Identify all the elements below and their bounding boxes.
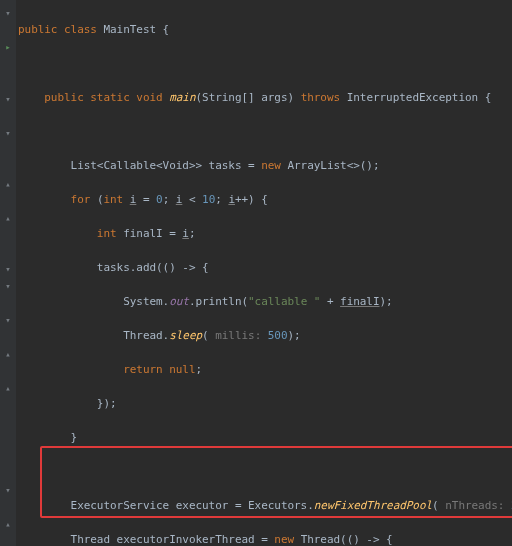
code-line[interactable]: System.out.println("callable " + finalI)… xyxy=(18,293,512,310)
fold-marker-icon[interactable]: ▴ xyxy=(3,516,13,526)
code-line[interactable]: public class MainTest { xyxy=(18,21,512,38)
fold-marker-icon[interactable]: ▴ xyxy=(3,380,13,390)
code-line[interactable] xyxy=(18,55,512,72)
code-line[interactable]: return null; xyxy=(18,361,512,378)
code-line[interactable]: Thread executorInvokerThread = new Threa… xyxy=(18,531,512,546)
code-line[interactable]: public static void main(String[] args) t… xyxy=(18,89,512,106)
editor-gutter: ▾ ▸ ▾ ▾ ▴ ▴ ▾ ▾ ▾ ▴ ▴ ▾ ▴ ▴ xyxy=(0,0,16,546)
code-line[interactable]: tasks.add(() -> { xyxy=(18,259,512,276)
fold-marker-icon[interactable]: ▾ xyxy=(3,91,13,101)
code-line[interactable]: int finalI = i; xyxy=(18,225,512,242)
code-area[interactable]: public class MainTest { public static vo… xyxy=(16,4,512,546)
fold-marker-icon[interactable]: ▴ xyxy=(3,176,13,186)
code-line[interactable]: } xyxy=(18,429,512,446)
code-line[interactable]: ExecutorService executor = Executors.new… xyxy=(18,497,512,514)
code-line[interactable]: List<Callable<Void>> tasks = new ArrayLi… xyxy=(18,157,512,174)
code-line[interactable]: }); xyxy=(18,395,512,412)
fold-marker-icon[interactable]: ▾ xyxy=(3,278,13,288)
code-line[interactable]: Thread.sleep( millis: 500); xyxy=(18,327,512,344)
fold-marker-icon[interactable]: ▴ xyxy=(3,346,13,356)
fold-marker-icon[interactable]: ▾ xyxy=(3,5,13,15)
code-line[interactable]: for (int i = 0; i < 10; i++) { xyxy=(18,191,512,208)
fold-marker-icon[interactable]: ▴ xyxy=(3,210,13,220)
run-gutter-icon[interactable]: ▸ xyxy=(3,39,13,49)
code-line[interactable] xyxy=(18,123,512,140)
code-line[interactable] xyxy=(18,463,512,480)
fold-marker-icon[interactable]: ▾ xyxy=(3,261,13,271)
fold-marker-icon[interactable]: ▾ xyxy=(3,312,13,322)
fold-marker-icon[interactable]: ▾ xyxy=(3,482,13,492)
fold-marker-icon[interactable]: ▾ xyxy=(3,125,13,135)
code-editor[interactable]: ▾ ▸ ▾ ▾ ▴ ▴ ▾ ▾ ▾ ▴ ▴ ▾ ▴ ▴ public class… xyxy=(0,0,512,546)
